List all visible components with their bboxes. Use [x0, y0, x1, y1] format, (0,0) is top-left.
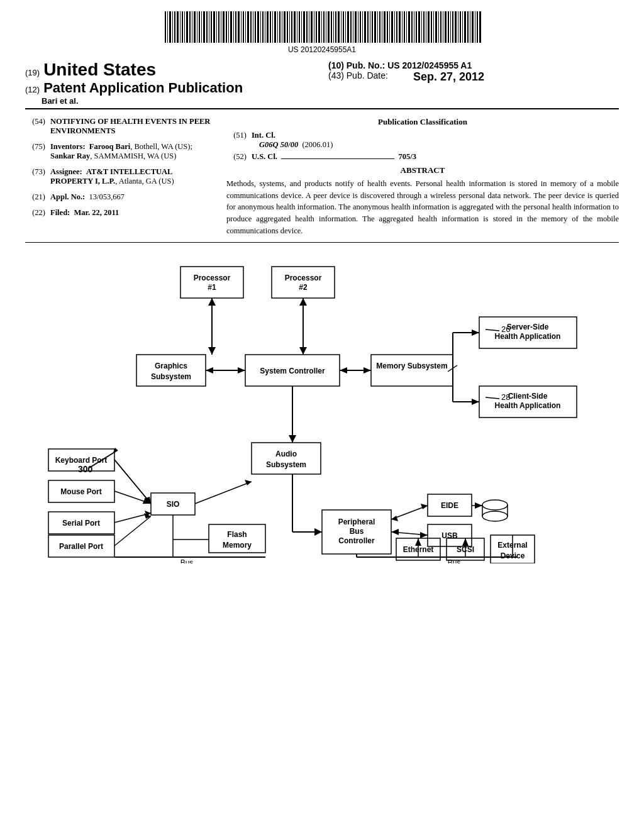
svg-rect-20: [213, 11, 215, 43]
svg-marker-142: [206, 367, 213, 374]
svg-rect-67: [328, 11, 330, 43]
svg-rect-80: [360, 11, 361, 43]
svg-rect-77: [353, 11, 353, 43]
section-73-content: Assignee: AT&T INTELLECTUAL PROPERTY I, …: [50, 167, 214, 186]
svg-rect-46: [277, 11, 278, 43]
appl-value: 13/053,667: [89, 192, 125, 201]
audio-label2: Subsystem: [266, 460, 306, 469]
section-21: (21) Appl. No.: 13/053,667: [25, 192, 214, 202]
inventor-line: Bari et al.: [42, 96, 316, 106]
patent-header: (19) United States (12) Patent Applicati…: [0, 60, 644, 111]
usb-label: USB: [441, 531, 458, 540]
svg-rect-113: [440, 11, 441, 43]
svg-rect-76: [350, 11, 352, 43]
svg-rect-59: [309, 11, 309, 43]
patent-number-barcode: US 20120245955A1: [0, 45, 644, 54]
section-73-num: (73): [25, 167, 45, 186]
eide-label: EIDE: [441, 501, 458, 510]
bus-label-right: Bus: [448, 558, 461, 563]
section-divider: [25, 242, 619, 243]
abstract-title: ABSTRACT: [226, 165, 619, 175]
svg-rect-7: [182, 11, 183, 43]
svg-rect-93: [391, 11, 393, 43]
pub-date-label: (43) Pub. Date:: [328, 70, 388, 84]
svg-rect-99: [406, 11, 407, 43]
svg-rect-38: [257, 11, 259, 43]
svg-marker-184: [415, 538, 421, 546]
svg-rect-107: [426, 11, 426, 43]
inventors-label: Inventors:: [50, 142, 86, 151]
svg-marker-148: [472, 329, 479, 336]
audio-label1: Audio: [275, 450, 297, 458]
svg-rect-129: [479, 11, 481, 43]
int-cl-year: (2006.01): [302, 140, 333, 149]
svg-rect-21: [216, 11, 217, 43]
keyboard-port-label: Keyboard Port: [55, 456, 108, 465]
svg-rect-109: [431, 11, 432, 43]
svg-rect-42: [267, 11, 269, 43]
svg-rect-104: [418, 11, 420, 43]
svg-rect-56: [301, 11, 302, 43]
svg-rect-123: [464, 11, 466, 43]
svg-rect-110: [433, 11, 434, 43]
svg-rect-0: [165, 11, 166, 43]
svg-rect-64: [321, 11, 322, 43]
svg-rect-47: [279, 11, 280, 43]
svg-rect-122: [462, 11, 463, 43]
svg-rect-4: [174, 11, 175, 43]
header-right: (10) Pub. No.: US 2012/0245955 A1 (43) P…: [316, 60, 619, 84]
processor1-box: [180, 267, 243, 298]
svg-line-132: [486, 329, 499, 331]
svg-rect-19: [211, 11, 212, 43]
svg-rect-65: [323, 11, 325, 43]
svg-rect-16: [203, 11, 205, 43]
processor2-num: #2: [299, 283, 308, 292]
svg-marker-180: [475, 502, 482, 509]
graphics-label2: Subsystem: [151, 372, 191, 381]
svg-rect-28: [233, 11, 234, 43]
flash-memory-label1: Flash: [227, 530, 247, 539]
svg-rect-97: [402, 11, 402, 43]
svg-rect-83: [367, 11, 369, 43]
svg-rect-14: [199, 11, 200, 43]
svg-marker-172: [421, 504, 428, 509]
svg-rect-117: [450, 11, 451, 43]
audio-subsystem-box: [252, 443, 321, 474]
svg-rect-8: [184, 11, 185, 43]
svg-rect-68: [331, 11, 332, 43]
memory-label1: Memory Subsystem: [376, 362, 447, 370]
patent-page: US 20120245955A1 (19) United States (12)…: [0, 0, 644, 830]
svg-rect-62: [316, 11, 317, 43]
server-side-label1: Server-Side: [507, 323, 549, 331]
svg-rect-79: [358, 11, 358, 43]
svg-marker-141: [238, 367, 245, 374]
svg-rect-2: [169, 11, 171, 43]
processor1-label: Processor: [194, 274, 231, 282]
int-cl-code: G06Q 50/00: [252, 140, 298, 149]
us-cl-row: (52) U.S. Cl. 705/3: [226, 152, 619, 162]
svg-rect-53: [294, 11, 296, 43]
svg-rect-118: [452, 11, 453, 43]
peripheral-bus-label2: Bus: [350, 527, 364, 536]
svg-rect-54: [297, 11, 297, 43]
diagram-area: 300 26 28 Processor #1 Processor #2: [0, 249, 644, 563]
svg-rect-63: [318, 11, 320, 43]
svg-rect-12: [194, 11, 196, 43]
svg-marker-170: [314, 528, 322, 536]
svg-marker-136: [208, 298, 216, 306]
svg-rect-114: [443, 11, 443, 43]
svg-marker-151: [472, 399, 479, 405]
graphics-label1: Graphics: [155, 362, 187, 370]
svg-rect-72: [341, 11, 341, 43]
svg-rect-102: [414, 11, 414, 43]
bus-label-left: Bus: [180, 558, 194, 563]
svg-rect-103: [416, 11, 417, 43]
svg-rect-126: [472, 11, 474, 43]
client-side-label1: Client-Side: [508, 392, 548, 401]
svg-rect-15: [201, 11, 202, 43]
int-cl-row: (51) Int. Cl. G06Q 50/00 (2006.01): [226, 131, 619, 150]
svg-rect-66: [326, 11, 326, 43]
svg-rect-78: [355, 11, 357, 43]
section-54-num: (54): [25, 117, 45, 136]
svg-rect-22: [218, 11, 219, 43]
